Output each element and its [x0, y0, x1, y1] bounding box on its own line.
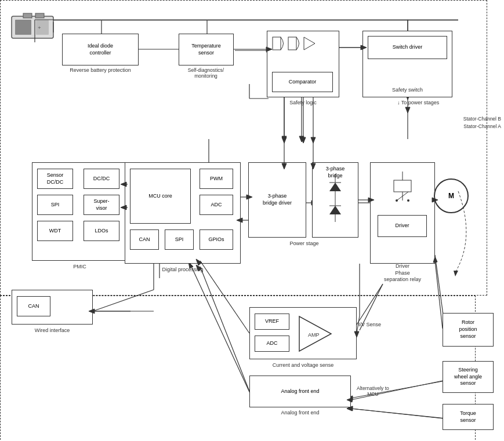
pmic-outer-block: SensorDC/DC DC/DC SPI Super-visor WDT LD… — [32, 162, 128, 261]
ldos-label: LDOs — [95, 228, 108, 235]
pwm-block: PWM — [200, 169, 233, 189]
pwm-label: PWM — [210, 176, 223, 183]
battery: + — [10, 10, 57, 42]
wired-interface-label-bottom: Wired interface — [12, 327, 92, 334]
adc-dp-block: ADC — [200, 195, 233, 215]
ideal-diode-label: Ideal diodecontroller — [88, 43, 113, 56]
bridge-driver-label: 3-phasebridge driver — [263, 193, 292, 206]
vref-block: VREF — [255, 314, 289, 330]
supervisor-label: Super-visor — [93, 198, 109, 212]
supervisor-block: Super-visor — [84, 195, 119, 215]
spi-pmic-block: SPI — [37, 195, 73, 215]
can-dp-block: CAN — [130, 229, 159, 250]
adc-dp-label: ADC — [211, 202, 222, 209]
torque-sensor-block: Torquesensor — [443, 404, 494, 430]
temp-sensor-label: Temperaturesensor — [191, 43, 221, 56]
driver-label: Driver — [396, 223, 409, 229]
gpios-block: GPIOs — [200, 229, 233, 250]
bridge-label: 3-phasebridge — [313, 166, 358, 179]
adc-sense-label: ADC — [266, 340, 277, 347]
analog-front-end-block: Analog front end — [249, 376, 351, 407]
svg-rect-48 — [35, 13, 44, 18]
wdt-block: WDT — [37, 221, 73, 241]
svg-rect-49 — [15, 20, 31, 35]
comparator-block: Comparator — [272, 72, 333, 92]
spi-pmic-label: SPI — [51, 202, 60, 209]
rotor-position-label: Rotorpositionsensor — [459, 319, 477, 340]
safety-switch-outer-block: Switch driver Safety switch — [362, 31, 452, 97]
spi-dp-block: SPI — [165, 229, 194, 250]
wdt-label: WDT — [49, 228, 61, 235]
amp-symbol: AMP — [296, 314, 334, 354]
self-diag-label: Self-diagnostics/monitoring — [171, 67, 241, 79]
gpios-label: GPIOs — [208, 236, 224, 243]
analog-front-end-inner-label: Analog front end — [281, 388, 319, 395]
power-stage-label: Power stage — [251, 240, 358, 246]
can-dp-label: CAN — [139, 236, 150, 243]
gate3-icon — [303, 36, 316, 52]
steering-angle-block: Steeringwheel anglesensor — [443, 361, 494, 393]
reverse-battery-protection-block: Ideal diodecontroller — [62, 34, 139, 65]
rotor-position-block: Rotorpositionsensor — [443, 313, 494, 347]
current-voltage-label-bottom: Current and voltage sense — [250, 362, 356, 369]
steering-angle-label: Steeringwheel anglesensor — [454, 367, 482, 387]
iv-sense-label: I/V Sense — [358, 322, 381, 327]
svg-text:AMP: AMP — [308, 332, 320, 338]
svg-marker-58 — [329, 183, 341, 191]
sensor-dcdc-label: SensorDC/DC — [47, 172, 64, 185]
svg-marker-55 — [304, 37, 315, 50]
current-voltage-outer-block: VREF ADC AMP Current and voltage sense — [249, 307, 357, 359]
switch-driver-block: Switch driver — [368, 36, 447, 59]
gate1-icon — [272, 36, 285, 52]
can-wired-block: CAN — [17, 296, 50, 316]
stator-channel-a-label: Stator-Channel A — [463, 123, 501, 129]
adc-sense-block: ADC — [255, 336, 289, 352]
driver-block: Driver — [378, 215, 427, 237]
analog-front-end-bottom-label: Analog front end — [249, 410, 351, 416]
mcu-core-block: MCU core — [130, 169, 191, 224]
bridge-block: 3-phasebridge — [312, 162, 358, 238]
svg-text:+: + — [38, 25, 41, 31]
dcdc-block: DC/DC — [84, 169, 119, 189]
svg-rect-54 — [288, 37, 296, 50]
safety-logic-label: Safety logic — [267, 100, 339, 105]
reverse-battery-label: Reverse battery protection — [62, 67, 139, 73]
safety-logic-outer-block: Comparator — [267, 31, 339, 97]
svg-rect-65 — [394, 180, 411, 192]
svg-point-69 — [407, 199, 409, 202]
to-power-stages-label: ↓ To power stages — [397, 100, 439, 105]
torque-sensor-label: Torquesensor — [460, 410, 476, 424]
diagram: + Ideal diodecontroller Reverse battery … — [0, 0, 504, 441]
svg-rect-47 — [23, 13, 32, 18]
temp-sensor-block: Temperaturesensor — [179, 34, 234, 65]
pmic-label-bottom: PMIC — [32, 264, 127, 271]
battery-icon: + — [10, 10, 57, 42]
digital-processing-outer-block: MCU core PWM ADC CAN SPI GPIOs Digital p… — [125, 162, 241, 264]
svg-marker-70 — [454, 271, 458, 276]
spi-dp-label: SPI — [175, 236, 184, 243]
sensor-dcdc-block: SensorDC/DC — [37, 169, 73, 189]
svg-rect-53 — [273, 37, 281, 50]
mcu-core-label: MCU core — [148, 193, 172, 200]
gate2-icon — [288, 36, 300, 52]
bridge-driver-block: 3-phasebridge driver — [248, 162, 306, 238]
svg-point-68 — [396, 199, 398, 202]
can-wired-label: CAN — [28, 303, 39, 310]
safety-switch-inner-label: Safety switch — [363, 87, 452, 94]
motor-arrow-svg — [423, 162, 481, 278]
wired-interface-block: CAN Wired interface — [12, 290, 93, 325]
dcdc-label: DC/DC — [93, 176, 110, 183]
stator-channel-b-label: Stator-Channel B — [463, 116, 501, 122]
svg-marker-62 — [329, 206, 341, 214]
switch-driver-label: Switch driver — [393, 44, 423, 51]
vref-label: VREF — [265, 318, 279, 325]
ldos-block: LDOs — [84, 221, 119, 241]
relay-symbol — [379, 169, 426, 209]
digital-processing-label: Digital processing — [125, 267, 240, 274]
alt-to-mcu-label: Alternatively toMCU — [357, 385, 389, 397]
comparator-label: Comparator — [289, 79, 317, 86]
